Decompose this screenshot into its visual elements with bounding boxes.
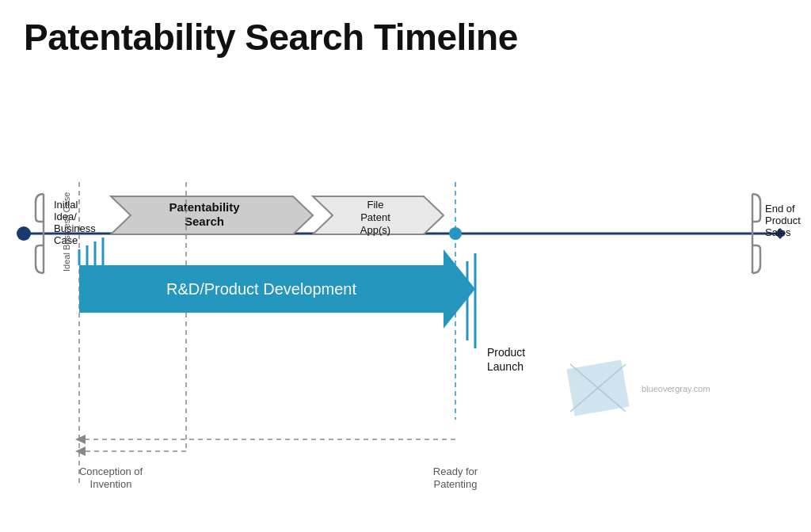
svg-text:App(s): App(s) [360,224,390,236]
timeline-diagram: Patentability Search File Patent App(s) … [0,79,811,522]
svg-point-1 [17,226,31,241]
svg-text:Launch: Launch [487,360,524,373]
watermark-text: blueovergray.com [642,384,710,393]
svg-text:Patenting: Patenting [434,478,478,490]
svg-marker-25 [75,446,86,456]
svg-text:Product: Product [765,215,801,226]
svg-text:Business: Business [54,222,96,234]
svg-text:Conception of: Conception of [79,466,143,477]
svg-text:Search: Search [185,215,224,228]
svg-text:Ready for: Ready for [433,466,478,477]
svg-marker-23 [75,435,86,444]
svg-text:Product: Product [487,346,525,359]
svg-text:End of: End of [765,203,795,215]
svg-text:Sales: Sales [765,226,791,238]
svg-text:R&D/Product Development: R&D/Product Development [166,280,357,298]
svg-text:Invention: Invention [90,478,132,490]
svg-point-13 [449,227,462,240]
svg-text:Patentability: Patentability [169,200,240,214]
svg-text:File: File [367,199,384,211]
svg-text:Ideal Business Case: Ideal Business Case [62,192,71,272]
svg-text:Patent: Patent [360,211,390,223]
page-title: Patentability Search Timeline [24,16,787,59]
